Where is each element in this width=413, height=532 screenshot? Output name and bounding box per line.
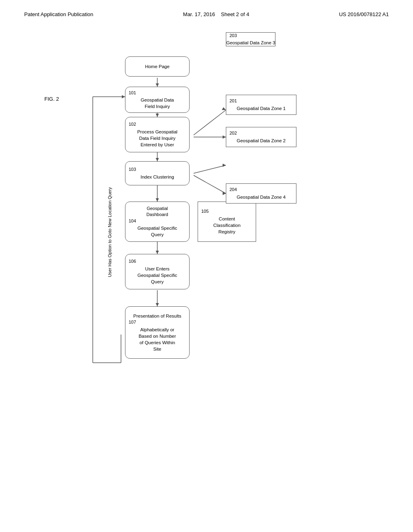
box-102: 102 Process Geospatial Data Field Inquir… — [125, 117, 190, 152]
svg-marker-19 — [223, 192, 226, 195]
header: Patent Application Publication Mar. 17, … — [0, 0, 413, 17]
header-left: Patent Application Publication — [24, 11, 93, 17]
box-202: 202 Geospatial Data Zone 2 — [226, 127, 296, 147]
box-203: 203 Geospatial Data Zone 3 — [226, 32, 275, 46]
box-103: 103 Index Clustering — [125, 161, 190, 185]
svg-marker-9 — [156, 251, 159, 254]
box-105: 105 Content Classification Registry — [198, 202, 256, 242]
svg-marker-1 — [156, 83, 159, 87]
home-page-box: Home Page — [125, 56, 190, 77]
page: Patent Application Publication Mar. 17, … — [0, 0, 413, 532]
box-107: Presentation of Results 107 Alphabetical… — [125, 306, 190, 359]
box-104-dashboard: Geospatial Dashboard 104 Geospatial Spec… — [125, 202, 190, 242]
svg-line-12 — [194, 110, 226, 135]
svg-marker-13 — [222, 107, 226, 110]
svg-marker-7 — [156, 198, 159, 202]
svg-marker-5 — [156, 158, 159, 161]
arrows-svg — [0, 32, 413, 532]
diagram: FIG. 2 Home Page 101 Geospatial Data Fie… — [0, 32, 413, 532]
svg-line-18 — [194, 175, 226, 193]
box-201: 201 Geospatial Data Zone 1 — [226, 95, 296, 115]
box-204: 204 Geospatial Data Zone 4 — [226, 183, 296, 204]
svg-marker-24 — [122, 95, 125, 98]
box-106: 106 User Enters Geospatial Specific Quer… — [125, 254, 190, 289]
svg-marker-17 — [223, 164, 226, 167]
fig-label: FIG. 2 — [44, 96, 59, 102]
svg-marker-11 — [156, 303, 159, 306]
box-101: 101 Geospatial Data Field Inquiry — [125, 87, 190, 113]
svg-marker-3 — [156, 114, 159, 117]
svg-marker-15 — [223, 135, 226, 139]
side-label: User Has Option to Goto New Location Que… — [107, 187, 112, 277]
header-center: Mar. 17, 2016 Sheet 2 of 4 — [183, 11, 249, 17]
header-right: US 2016/0078122 A1 — [339, 11, 389, 17]
svg-line-16 — [194, 165, 226, 173]
